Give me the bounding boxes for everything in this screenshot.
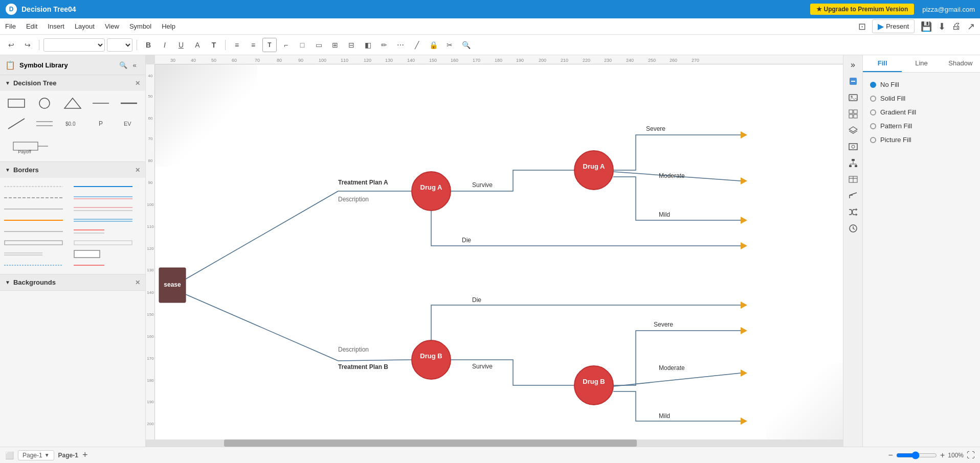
connector-button[interactable]: ⌐ [279, 38, 293, 52]
drug-a-node-2[interactable] [574, 151, 613, 190]
menu-file[interactable]: File [5, 22, 16, 30]
text-tool-button[interactable]: T [262, 38, 277, 52]
menu-help[interactable]: Help [162, 22, 175, 30]
shape-lines2[interactable] [32, 115, 57, 133]
paint-button[interactable]: ✏ [377, 38, 391, 52]
decision-tree-header[interactable]: ▼ Decision Tree ✕ [0, 75, 145, 91]
collapse-right-icon[interactable]: » [845, 57, 861, 73]
shape-button[interactable]: □ [295, 38, 309, 52]
undo-button[interactable]: ↩ [4, 38, 18, 52]
font-family-select[interactable] [43, 38, 105, 52]
horizontal-scrollbar[interactable] [155, 439, 843, 447]
upgrade-button[interactable]: ★ Upgrade to Premium Version [810, 4, 914, 15]
image-icon[interactable] [845, 90, 861, 105]
org-chart-icon[interactable] [845, 155, 861, 171]
close-section-button[interactable]: ✕ [135, 80, 140, 87]
close-borders-button[interactable]: ✕ [135, 167, 140, 174]
cut-button[interactable]: ✂ [442, 38, 457, 52]
tab-shadow[interactable]: Shadow [941, 55, 980, 72]
tab-line[interactable]: Line [902, 55, 941, 72]
picture-fill-option[interactable]: Picture Fill [868, 133, 975, 147]
shape-triangle[interactable] [60, 95, 85, 112]
border-item-15[interactable] [4, 261, 72, 270]
shape-payoff[interactable]: Payoff [4, 136, 57, 157]
font-size-select[interactable] [107, 38, 132, 52]
share-icon[interactable]: ↗ [967, 21, 975, 32]
history-icon[interactable] [845, 221, 861, 236]
arrow-icon[interactable] [845, 188, 861, 203]
underline-button[interactable]: U [174, 38, 188, 52]
shape4-button[interactable]: ⊟ [344, 38, 359, 52]
tab-fill[interactable]: Fill [863, 55, 902, 72]
fill-button[interactable]: ◧ [361, 38, 375, 52]
lock-button[interactable]: 🔒 [426, 38, 440, 52]
shuffle-icon[interactable] [845, 204, 861, 220]
border-item-10[interactable] [74, 227, 141, 236]
scrollbar-thumb[interactable] [224, 439, 637, 447]
menu-insert[interactable]: Insert [48, 22, 64, 30]
shape-p[interactable]: P [88, 115, 113, 133]
line-style-button[interactable]: ⋯ [393, 38, 408, 52]
align-left-button[interactable]: ≡ [230, 38, 244, 52]
shape2-button[interactable]: ▭ [311, 38, 326, 52]
zoom-slider[interactable] [896, 451, 937, 459]
fill-icon[interactable] [845, 74, 861, 89]
borders-header[interactable]: ▼ Borders ✕ [0, 162, 145, 178]
backgrounds-header[interactable]: ▼ Backgrounds ✕ [0, 274, 145, 290]
drug-a-node-1[interactable] [412, 172, 451, 211]
solid-fill-option[interactable]: Solid Fill [868, 91, 975, 105]
no-fill-option[interactable]: No Fill [868, 78, 975, 91]
border-item-16[interactable] [74, 261, 141, 270]
close-backgrounds-button[interactable]: ✕ [135, 279, 140, 286]
drug-b-node-1[interactable] [412, 340, 451, 379]
download-icon[interactable]: ⬇ [938, 21, 946, 32]
font-color-button[interactable]: A [190, 38, 205, 52]
redo-button[interactable]: ↪ [20, 38, 35, 52]
shape-line1[interactable] [88, 95, 113, 112]
text-button[interactable]: T [207, 38, 221, 52]
border-item-14[interactable] [74, 249, 141, 259]
border-item-12[interactable] [74, 238, 141, 247]
zoom-in-button[interactable]: + [940, 451, 945, 460]
align-center-button[interactable]: ≡ [246, 38, 260, 52]
save-icon[interactable]: 💾 [921, 21, 932, 32]
border-item-8[interactable] [74, 216, 141, 225]
italic-button[interactable]: I [158, 38, 172, 52]
border-item-5[interactable] [4, 204, 72, 214]
print-icon[interactable]: 🖨 [952, 21, 961, 32]
menu-layout[interactable]: Layout [75, 22, 95, 30]
shape-diagonal[interactable] [4, 115, 29, 133]
table-icon[interactable] [845, 172, 861, 187]
border-item-9[interactable] [4, 227, 72, 236]
shape-ev[interactable]: EV [116, 115, 141, 133]
drug-b-node-2[interactable] [574, 366, 613, 405]
present-button[interactable]: ▶ Present [872, 19, 915, 33]
border-item-3[interactable] [4, 193, 72, 202]
collapse-panel-button[interactable]: « [129, 59, 140, 71]
border-item-7[interactable] [4, 216, 72, 225]
canvas[interactable]: sease Treatment Plan A Description Drug … [155, 64, 843, 439]
pattern-fill-option[interactable]: Pattern Fill [868, 119, 975, 133]
shape-circle[interactable] [32, 95, 57, 112]
fullscreen-button[interactable]: ⛶ [967, 451, 975, 460]
line-tool-button[interactable]: ╱ [410, 38, 424, 52]
bold-button[interactable]: B [141, 38, 155, 52]
search-library-button[interactable]: 🔍 [118, 59, 129, 71]
menu-edit[interactable]: Edit [26, 22, 37, 30]
add-page-button[interactable]: + [82, 450, 88, 460]
menu-symbol[interactable]: Symbol [129, 22, 151, 30]
shape-rectangle[interactable] [4, 95, 29, 112]
border-item-1[interactable] [4, 182, 72, 191]
border-item-6[interactable] [74, 204, 141, 214]
layers-icon[interactable] [845, 123, 861, 138]
border-item-13[interactable] [4, 249, 72, 259]
shape-line2[interactable] [116, 95, 141, 112]
border-item-2[interactable] [74, 182, 141, 191]
gradient-fill-option[interactable]: Gradient Fill [868, 105, 975, 119]
shape-dollar[interactable]: $0.0 [60, 115, 85, 133]
menu-view[interactable]: View [105, 22, 119, 30]
zoom-out-button[interactable]: − [888, 451, 893, 460]
grid-icon[interactable] [845, 106, 861, 122]
shape3-button[interactable]: ⊞ [328, 38, 342, 52]
canvas-area[interactable]: 30 40 50 60 70 80 90 100 110 120 130 140… [146, 55, 843, 447]
